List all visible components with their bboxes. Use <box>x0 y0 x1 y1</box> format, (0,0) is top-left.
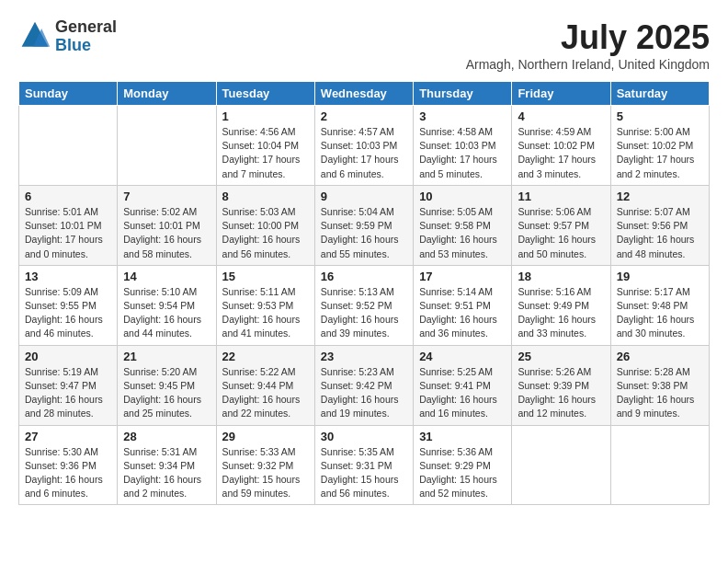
day-info: Sunrise: 5:30 AM Sunset: 9:36 PM Dayligh… <box>25 445 111 501</box>
calendar-table: SundayMondayTuesdayWednesdayThursdayFrid… <box>18 81 710 505</box>
day-info: Sunrise: 5:04 AM Sunset: 9:59 PM Dayligh… <box>321 205 407 261</box>
day-number: 6 <box>25 190 111 203</box>
week-row-1: 1Sunrise: 4:56 AM Sunset: 10:04 PM Dayli… <box>19 106 710 186</box>
calendar-cell: 23Sunrise: 5:23 AM Sunset: 9:42 PM Dayli… <box>314 345 413 425</box>
day-info: Sunrise: 5:02 AM Sunset: 10:01 PM Daylig… <box>123 205 210 261</box>
day-number: 30 <box>321 430 407 443</box>
week-row-3: 13Sunrise: 5:09 AM Sunset: 9:55 PM Dayli… <box>19 265 710 345</box>
calendar-cell: 3Sunrise: 4:58 AM Sunset: 10:03 PM Dayli… <box>414 106 512 186</box>
logo-blue: Blue <box>55 37 117 55</box>
calendar-cell: 16Sunrise: 5:13 AM Sunset: 9:52 PM Dayli… <box>314 265 413 345</box>
day-info: Sunrise: 5:17 AM Sunset: 9:48 PM Dayligh… <box>617 285 703 341</box>
day-number: 27 <box>25 430 111 443</box>
header-row: SundayMondayTuesdayWednesdayThursdayFrid… <box>19 82 710 106</box>
day-number: 1 <box>222 109 309 123</box>
calendar-cell: 14Sunrise: 5:10 AM Sunset: 9:54 PM Dayli… <box>118 265 216 345</box>
day-info: Sunrise: 4:58 AM Sunset: 10:03 PM Daylig… <box>419 125 506 181</box>
day-number: 4 <box>518 109 604 123</box>
logo-icon <box>18 20 51 53</box>
col-header-saturday: Saturday <box>610 82 709 106</box>
calendar-cell <box>610 425 709 505</box>
day-number: 3 <box>419 109 506 123</box>
day-number: 20 <box>25 350 111 363</box>
calendar-cell: 12Sunrise: 5:07 AM Sunset: 9:56 PM Dayli… <box>610 185 709 265</box>
day-info: Sunrise: 5:26 AM Sunset: 9:39 PM Dayligh… <box>518 365 604 421</box>
calendar-cell: 5Sunrise: 5:00 AM Sunset: 10:02 PM Dayli… <box>610 106 709 186</box>
day-info: Sunrise: 5:31 AM Sunset: 9:34 PM Dayligh… <box>123 445 210 501</box>
calendar-cell: 20Sunrise: 5:19 AM Sunset: 9:47 PM Dayli… <box>19 345 118 425</box>
calendar-cell: 9Sunrise: 5:04 AM Sunset: 9:59 PM Daylig… <box>314 185 413 265</box>
location-subtitle: Armagh, Northern Ireland, United Kingdom <box>466 57 710 72</box>
day-number: 10 <box>419 190 506 203</box>
calendar-cell: 4Sunrise: 4:59 AM Sunset: 10:02 PM Dayli… <box>512 106 610 186</box>
title-block: July 2025 Armagh, Northern Ireland, Unit… <box>466 18 710 72</box>
day-number: 26 <box>617 350 703 363</box>
day-info: Sunrise: 5:35 AM Sunset: 9:31 PM Dayligh… <box>321 445 407 501</box>
day-number: 16 <box>321 270 407 283</box>
calendar-cell: 22Sunrise: 5:22 AM Sunset: 9:44 PM Dayli… <box>216 345 314 425</box>
day-info: Sunrise: 5:10 AM Sunset: 9:54 PM Dayligh… <box>123 285 210 341</box>
day-info: Sunrise: 5:01 AM Sunset: 10:01 PM Daylig… <box>25 205 111 261</box>
col-header-thursday: Thursday <box>414 82 512 106</box>
calendar-cell: 17Sunrise: 5:14 AM Sunset: 9:51 PM Dayli… <box>414 265 512 345</box>
day-number: 23 <box>321 350 407 363</box>
calendar-cell: 21Sunrise: 5:20 AM Sunset: 9:45 PM Dayli… <box>118 345 216 425</box>
calendar-cell: 19Sunrise: 5:17 AM Sunset: 9:48 PM Dayli… <box>610 265 709 345</box>
month-year-title: July 2025 <box>466 18 710 57</box>
day-info: Sunrise: 5:03 AM Sunset: 10:00 PM Daylig… <box>222 205 309 261</box>
logo-text: General Blue <box>55 18 117 55</box>
col-header-tuesday: Tuesday <box>216 82 314 106</box>
calendar-cell: 2Sunrise: 4:57 AM Sunset: 10:03 PM Dayli… <box>314 106 413 186</box>
day-number: 17 <box>419 270 506 283</box>
day-info: Sunrise: 5:00 AM Sunset: 10:02 PM Daylig… <box>617 125 703 181</box>
day-number: 28 <box>123 430 210 443</box>
calendar-cell: 29Sunrise: 5:33 AM Sunset: 9:32 PM Dayli… <box>216 425 314 505</box>
day-info: Sunrise: 5:07 AM Sunset: 9:56 PM Dayligh… <box>617 205 703 261</box>
day-info: Sunrise: 5:19 AM Sunset: 9:47 PM Dayligh… <box>25 365 111 421</box>
day-number: 5 <box>617 109 703 123</box>
day-info: Sunrise: 5:23 AM Sunset: 9:42 PM Dayligh… <box>321 365 407 421</box>
day-number: 7 <box>123 190 210 203</box>
day-info: Sunrise: 5:20 AM Sunset: 9:45 PM Dayligh… <box>123 365 210 421</box>
calendar-cell: 26Sunrise: 5:28 AM Sunset: 9:38 PM Dayli… <box>610 345 709 425</box>
col-header-wednesday: Wednesday <box>314 82 413 106</box>
calendar-cell: 15Sunrise: 5:11 AM Sunset: 9:53 PM Dayli… <box>216 265 314 345</box>
calendar-cell: 25Sunrise: 5:26 AM Sunset: 9:39 PM Dayli… <box>512 345 610 425</box>
week-row-2: 6Sunrise: 5:01 AM Sunset: 10:01 PM Dayli… <box>19 185 710 265</box>
calendar-cell <box>512 425 610 505</box>
week-row-4: 20Sunrise: 5:19 AM Sunset: 9:47 PM Dayli… <box>19 345 710 425</box>
calendar-cell: 28Sunrise: 5:31 AM Sunset: 9:34 PM Dayli… <box>118 425 216 505</box>
day-info: Sunrise: 5:33 AM Sunset: 9:32 PM Dayligh… <box>222 445 309 501</box>
calendar-cell <box>19 106 118 186</box>
day-info: Sunrise: 4:56 AM Sunset: 10:04 PM Daylig… <box>222 125 309 181</box>
day-number: 24 <box>419 350 506 363</box>
day-info: Sunrise: 5:14 AM Sunset: 9:51 PM Dayligh… <box>419 285 506 341</box>
day-info: Sunrise: 5:25 AM Sunset: 9:41 PM Dayligh… <box>419 365 506 421</box>
day-info: Sunrise: 5:09 AM Sunset: 9:55 PM Dayligh… <box>25 285 111 341</box>
calendar-cell: 13Sunrise: 5:09 AM Sunset: 9:55 PM Dayli… <box>19 265 118 345</box>
calendar-cell <box>118 106 216 186</box>
calendar-cell: 7Sunrise: 5:02 AM Sunset: 10:01 PM Dayli… <box>118 185 216 265</box>
col-header-sunday: Sunday <box>19 82 118 106</box>
day-info: Sunrise: 5:36 AM Sunset: 9:29 PM Dayligh… <box>419 445 506 501</box>
day-number: 29 <box>222 430 309 443</box>
day-info: Sunrise: 5:16 AM Sunset: 9:49 PM Dayligh… <box>518 285 604 341</box>
day-info: Sunrise: 4:57 AM Sunset: 10:03 PM Daylig… <box>321 125 407 181</box>
calendar-cell: 1Sunrise: 4:56 AM Sunset: 10:04 PM Dayli… <box>216 106 314 186</box>
day-number: 22 <box>222 350 309 363</box>
day-number: 18 <box>518 270 604 283</box>
calendar-cell: 30Sunrise: 5:35 AM Sunset: 9:31 PM Dayli… <box>314 425 413 505</box>
logo: General Blue <box>18 18 117 55</box>
day-number: 25 <box>518 350 604 363</box>
day-info: Sunrise: 5:11 AM Sunset: 9:53 PM Dayligh… <box>222 285 309 341</box>
day-number: 9 <box>321 190 407 203</box>
col-header-friday: Friday <box>512 82 610 106</box>
day-info: Sunrise: 5:05 AM Sunset: 9:58 PM Dayligh… <box>419 205 506 261</box>
day-info: Sunrise: 4:59 AM Sunset: 10:02 PM Daylig… <box>518 125 604 181</box>
day-number: 21 <box>123 350 210 363</box>
logo-general: General <box>55 18 117 37</box>
day-number: 2 <box>321 109 407 123</box>
day-number: 15 <box>222 270 309 283</box>
calendar-cell: 31Sunrise: 5:36 AM Sunset: 9:29 PM Dayli… <box>414 425 512 505</box>
day-info: Sunrise: 5:28 AM Sunset: 9:38 PM Dayligh… <box>617 365 703 421</box>
